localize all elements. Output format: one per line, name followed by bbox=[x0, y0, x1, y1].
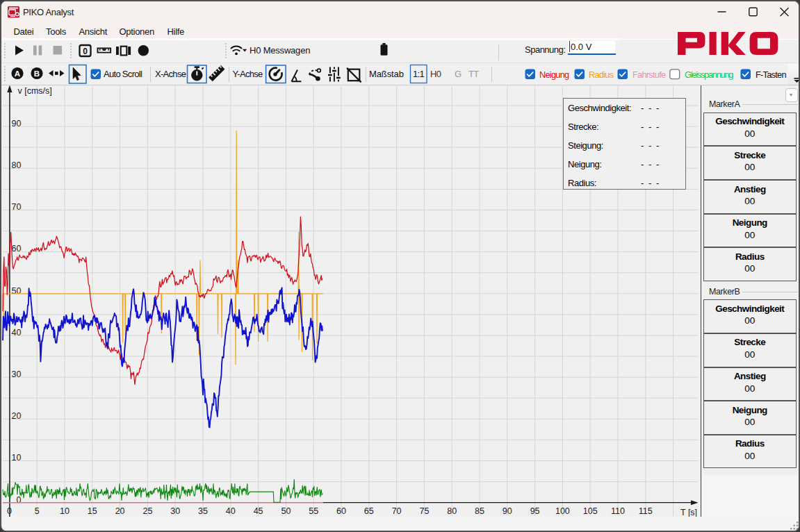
svg-text:B: B bbox=[34, 69, 40, 78]
svg-text:v [cms/s]: v [cms/s] bbox=[18, 86, 52, 96]
svg-text:H0 Messwagen: H0 Messwagen bbox=[250, 45, 310, 56]
svg-text:55: 55 bbox=[309, 506, 318, 516]
svg-text:50: 50 bbox=[281, 506, 291, 516]
svg-text:A: A bbox=[15, 69, 20, 78]
svg-text:5: 5 bbox=[35, 506, 40, 516]
svg-text:40: 40 bbox=[226, 506, 236, 516]
svg-text:30: 30 bbox=[12, 369, 22, 379]
svg-text:100: 100 bbox=[555, 506, 570, 516]
svg-text:60: 60 bbox=[12, 244, 22, 253]
svg-text:35: 35 bbox=[198, 506, 208, 516]
svg-text:10: 10 bbox=[12, 453, 22, 463]
svg-text:70: 70 bbox=[12, 202, 22, 212]
svg-text:65: 65 bbox=[364, 506, 374, 516]
svg-text:20: 20 bbox=[115, 506, 125, 516]
svg-text:15: 15 bbox=[88, 506, 97, 516]
svg-text:10: 10 bbox=[60, 506, 70, 516]
svg-text:40: 40 bbox=[12, 328, 22, 338]
svg-text:110: 110 bbox=[611, 506, 625, 516]
svg-text:50: 50 bbox=[12, 286, 22, 296]
svg-text:T [s]: T [s] bbox=[680, 508, 697, 517]
svg-text:105: 105 bbox=[583, 506, 598, 516]
svg-text:75: 75 bbox=[419, 506, 429, 516]
svg-text:80: 80 bbox=[12, 160, 22, 170]
svg-text:45: 45 bbox=[254, 506, 263, 516]
svg-text:25: 25 bbox=[142, 506, 152, 516]
svg-text:20: 20 bbox=[12, 411, 22, 421]
svg-text:115: 115 bbox=[639, 506, 653, 516]
svg-text:90: 90 bbox=[503, 506, 512, 516]
svg-text:95: 95 bbox=[530, 506, 540, 516]
svg-text:30: 30 bbox=[170, 506, 180, 516]
svg-text:85: 85 bbox=[475, 506, 484, 516]
svg-text:60: 60 bbox=[336, 506, 346, 516]
svg-text:90: 90 bbox=[12, 119, 22, 128]
svg-text:80: 80 bbox=[447, 506, 457, 516]
svg-text:70: 70 bbox=[392, 506, 402, 516]
svg-text:0: 0 bbox=[83, 47, 88, 56]
